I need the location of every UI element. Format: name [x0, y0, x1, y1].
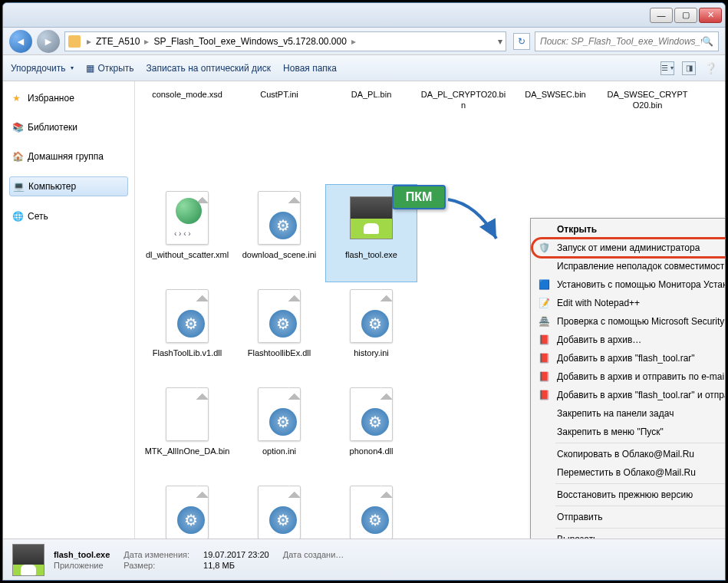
- breadcrumb-seg-2[interactable]: SP_Flash_Tool_exe_Windows_v5.1728.00.000: [150, 36, 350, 47]
- ctx-move-cloud[interactable]: Переместить в Облако@Mail.Ru: [532, 463, 725, 482]
- refresh-button[interactable]: ↻: [513, 33, 530, 50]
- file-label: FlashtoollibEx.dll: [245, 348, 314, 359]
- ctx-run-as-admin[interactable]: 🛡️Запуск от имени администратора: [532, 239, 725, 257]
- file-item[interactable]: ⚙phonon4.dll: [325, 380, 417, 479]
- file-label: CustPT.ini: [258, 90, 301, 100]
- file-item[interactable]: DA_SWSEC_CRYPTO20.bin: [601, 86, 693, 184]
- separator: [555, 443, 725, 443]
- winrar-icon: 📕: [537, 388, 551, 402]
- separator: [555, 528, 725, 529]
- ctx-archive-email[interactable]: 📕Добавить в архив и отправить по e-mail…: [532, 367, 725, 386]
- file-item[interactable]: CustPT.ini: [233, 86, 325, 184]
- status-bar: flash_tool.exe Дата изменения: 19.07.201…: [3, 539, 725, 580]
- file-label: console_mode.xsd: [150, 90, 225, 100]
- ctx-compat-troubleshoot[interactable]: Исправление неполадок совместимости: [532, 257, 725, 275]
- back-button[interactable]: ◄: [9, 30, 32, 53]
- ctx-scan-mse[interactable]: 🏯Проверка с помощью Microsoft Security E…: [532, 312, 725, 331]
- file-label: DA_SWSEC_CRYPTO20.bin: [602, 90, 693, 111]
- ctx-restore-version[interactable]: Восстановить прежнюю версию: [532, 486, 725, 504]
- separator: [555, 483, 725, 484]
- file-label: MTK_AllInOne_DA.bin: [143, 446, 232, 457]
- file-list[interactable]: ПКМ console_mode.xsd CustPT.ini DA_PL.bi…: [135, 81, 725, 539]
- file-label: DA_SWSEC.bin: [522, 90, 588, 100]
- installer-icon: 🟦: [537, 278, 551, 292]
- ctx-edit-notepadpp[interactable]: 📝Edit with Notepad++: [532, 294, 725, 312]
- file-item[interactable]: console_mode.xsd: [141, 86, 233, 184]
- open-icon: ▦: [86, 63, 94, 74]
- file-label: flash_tool.exe: [343, 250, 400, 261]
- status-type: Приложение: [54, 561, 110, 570]
- ctx-copy-cloud[interactable]: Скопировать в Облако@Mail.Ru: [532, 445, 725, 463]
- window-controls: — ▢ ✕: [650, 8, 722, 23]
- sidebar-libraries[interactable]: Библиотеки: [9, 118, 128, 137]
- toolbar: Упорядочить ▦Открыть Записать на оптичес…: [3, 55, 725, 81]
- gear-icon: ⚙: [269, 506, 297, 534]
- file-label: phonon4.dll: [348, 446, 396, 457]
- winrar-icon: 📕: [537, 370, 551, 384]
- chevron-right-icon: ▸: [143, 36, 150, 47]
- gear-icon: ⚙: [269, 212, 297, 239]
- ctx-archive-rar-email[interactable]: 📕Добавить в архив "flash_tool.rar" и отп…: [532, 386, 725, 404]
- sidebar-computer[interactable]: Компьютер: [9, 176, 128, 196]
- ctx-pin-start[interactable]: Закрепить в меню "Пуск": [532, 423, 725, 441]
- help-button[interactable]: ❔: [703, 61, 717, 75]
- open-button[interactable]: ▦Открыть: [86, 63, 133, 74]
- new-folder-button[interactable]: Новая папка: [283, 63, 337, 74]
- ctx-cut[interactable]: Вырезать: [532, 530, 725, 539]
- sidebar-homegroup[interactable]: Домашняя группа: [9, 147, 128, 166]
- file-label: option.ini: [260, 446, 298, 457]
- explorer-window: — ▢ ✕ ◄ ► ▸ ZTE_A510 ▸ SP_Flash_Tool_exe…: [2, 2, 726, 581]
- breadcrumb-seg-1[interactable]: ZTE_A510: [93, 36, 143, 47]
- search-box[interactable]: 🔍: [535, 31, 719, 51]
- forward-button[interactable]: ►: [37, 30, 60, 53]
- file-item[interactable]: ⚙QtHelp4.dll: [233, 479, 325, 539]
- file-item[interactable]: ⚙download_scene.ini: [233, 184, 325, 282]
- organize-menu[interactable]: Упорядочить: [11, 63, 74, 74]
- sidebar-favorites[interactable]: Избранное: [9, 89, 128, 107]
- file-item[interactable]: DA_PL.bin: [325, 86, 417, 184]
- file-item[interactable]: ⚙QtGui4.dll: [141, 479, 233, 539]
- folder-icon: [68, 35, 81, 48]
- callout-pkm: ПКМ: [392, 185, 446, 209]
- status-created-label: Дата создани…: [283, 550, 344, 559]
- separator: [555, 506, 725, 506]
- status-size-label: Размер:: [124, 561, 189, 570]
- context-menu: Открыть 🛡️Запуск от имени администратора…: [530, 218, 725, 539]
- chevron-right-icon: ▸: [85, 36, 93, 47]
- ctx-add-archive[interactable]: 📕Добавить в архив…: [532, 331, 725, 349]
- winrar-icon: 📕: [537, 333, 551, 347]
- shield-icon: 🛡️: [537, 241, 551, 255]
- ctx-open[interactable]: Открыть: [532, 220, 725, 239]
- file-item[interactable]: ⚙history.ini: [325, 282, 417, 380]
- status-mod-value: 19.07.2017 23:20: [203, 550, 269, 559]
- ctx-pin-taskbar[interactable]: Закрепить на панели задач: [532, 404, 725, 423]
- file-item[interactable]: ⚙FlashtoollibEx.dll: [233, 282, 325, 380]
- view-menu[interactable]: ☰: [660, 61, 674, 75]
- maximize-button[interactable]: ▢: [674, 8, 697, 23]
- file-item[interactable]: DA_SWSEC.bin: [509, 86, 601, 184]
- close-button[interactable]: ✕: [699, 8, 722, 23]
- ctx-install-monitor[interactable]: 🟦Установить с помощью Монитора Установки…: [532, 275, 725, 294]
- file-item[interactable]: ⚙option.ini: [233, 380, 325, 479]
- file-item[interactable]: ⚙QtNetwork4.dll: [325, 479, 417, 539]
- file-label: FlashToolLib.v1.dll: [150, 348, 225, 359]
- file-item[interactable]: MTK_AllInOne_DA.bin: [141, 380, 233, 479]
- preview-pane-button[interactable]: ◨: [682, 61, 696, 75]
- file-label: dl_without_scatter.xml: [143, 250, 231, 261]
- notepadpp-icon: 📝: [537, 296, 551, 310]
- search-input[interactable]: [540, 36, 702, 47]
- breadcrumb[interactable]: ▸ ZTE_A510 ▸ SP_Flash_Tool_exe_Windows_v…: [64, 31, 506, 51]
- ctx-add-archive-rar[interactable]: 📕Добавить в архив "flash_tool.rar": [532, 349, 725, 367]
- minimize-button[interactable]: —: [650, 8, 673, 23]
- mse-icon: 🏯: [537, 315, 551, 328]
- file-label: download_scene.ini: [240, 250, 319, 261]
- file-item[interactable]: DA_PL_CRYPTO20.bin: [417, 86, 509, 184]
- sidebar-network[interactable]: Сеть: [9, 207, 128, 226]
- file-item[interactable]: ‹ › ‹ ›dl_without_scatter.xml: [141, 184, 233, 282]
- status-size-value: 11,8 МБ: [203, 561, 269, 570]
- ctx-send-to[interactable]: Отправить: [532, 508, 725, 526]
- breadcrumb-drop[interactable]: ▾: [498, 36, 502, 47]
- burn-disc-button[interactable]: Записать на оптический диск: [147, 63, 272, 74]
- file-label: DA_PL.bin: [349, 90, 394, 100]
- file-item[interactable]: ⚙FlashToolLib.v1.dll: [141, 282, 233, 380]
